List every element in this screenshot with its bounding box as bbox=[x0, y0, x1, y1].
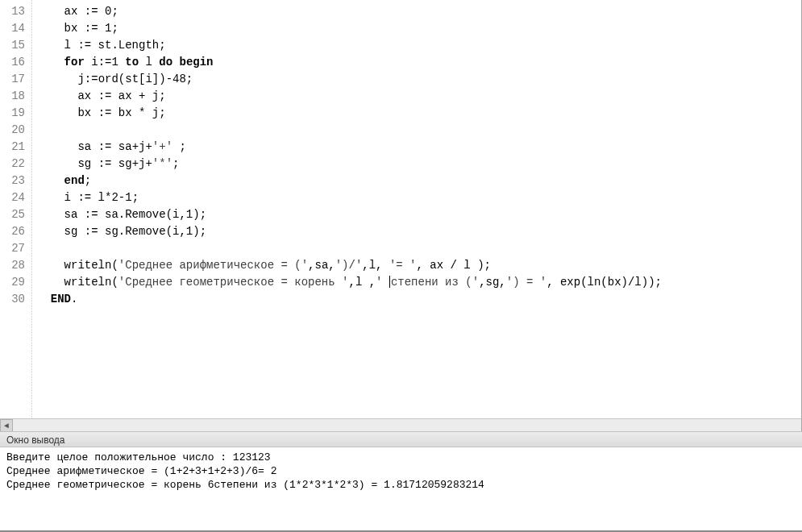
code-line[interactable] bbox=[37, 240, 796, 257]
output-line: Среднее арифметическое = (1+2+3+1+2+3)/6… bbox=[6, 464, 796, 478]
line-number: 15 bbox=[3, 37, 25, 54]
line-number: 30 bbox=[3, 291, 25, 308]
text-cursor bbox=[389, 276, 390, 288]
code-line[interactable]: j:=ord(st[i])-48; bbox=[37, 71, 796, 88]
line-number: 28 bbox=[3, 257, 25, 274]
code-line[interactable]: i := l*2-1; bbox=[37, 189, 796, 206]
output-line: Введите целое положительное число : 1231… bbox=[6, 451, 796, 464]
horizontal-scrollbar[interactable]: ◄ bbox=[0, 418, 801, 431]
line-number: 14 bbox=[3, 20, 25, 37]
line-number: 13 bbox=[3, 3, 25, 20]
code-line[interactable]: writeln('Среднее арифметическое = (',sa,… bbox=[37, 257, 796, 274]
line-number: 18 bbox=[3, 88, 25, 105]
line-number: 26 bbox=[3, 223, 25, 240]
line-number-gutter: 131415161718192021222324252627282930 bbox=[0, 0, 32, 431]
line-number: 29 bbox=[3, 274, 25, 291]
code-line[interactable]: end; bbox=[37, 172, 796, 189]
code-line[interactable]: sg := sg+j+'*'; bbox=[37, 156, 796, 172]
code-line[interactable]: sa := sa+j+'+' ; bbox=[37, 139, 796, 156]
line-number: 25 bbox=[3, 206, 25, 223]
line-number: 22 bbox=[3, 156, 25, 172]
code-line[interactable]: END. bbox=[37, 291, 796, 308]
code-line[interactable] bbox=[37, 122, 796, 139]
code-line[interactable]: bx := 1; bbox=[37, 20, 796, 37]
line-number: 17 bbox=[3, 71, 25, 88]
line-number: 16 bbox=[3, 54, 25, 71]
code-editor[interactable]: 131415161718192021222324252627282930 ax … bbox=[0, 0, 802, 431]
code-line[interactable]: bx := bx * j; bbox=[37, 105, 796, 122]
scroll-left-arrow[interactable]: ◄ bbox=[0, 419, 13, 431]
line-number: 20 bbox=[3, 122, 25, 139]
code-area[interactable]: ax := 0; bx := 1; l := st.Length; for i:… bbox=[32, 0, 801, 431]
line-number: 27 bbox=[3, 240, 25, 257]
line-number: 24 bbox=[3, 189, 25, 206]
code-line[interactable]: l := st.Length; bbox=[37, 37, 796, 54]
code-line[interactable]: sa := sa.Remove(i,1); bbox=[37, 206, 796, 223]
output-line: Среднее геометрическое = корень 6степени… bbox=[6, 478, 796, 492]
output-panel[interactable]: Введите целое положительное число : 1231… bbox=[0, 447, 802, 532]
code-line[interactable]: sg := sg.Remove(i,1); bbox=[37, 223, 796, 240]
output-panel-title: Окно вывода bbox=[0, 431, 802, 447]
line-number: 23 bbox=[3, 172, 25, 189]
code-line[interactable]: writeln('Среднее геометрическое = корень… bbox=[37, 274, 796, 291]
code-line[interactable]: ax := ax + j; bbox=[37, 88, 796, 105]
code-line[interactable]: for i:=1 to l do begin bbox=[37, 54, 796, 71]
line-number: 19 bbox=[3, 105, 25, 122]
code-line[interactable]: ax := 0; bbox=[37, 3, 796, 20]
line-number: 21 bbox=[3, 139, 25, 156]
